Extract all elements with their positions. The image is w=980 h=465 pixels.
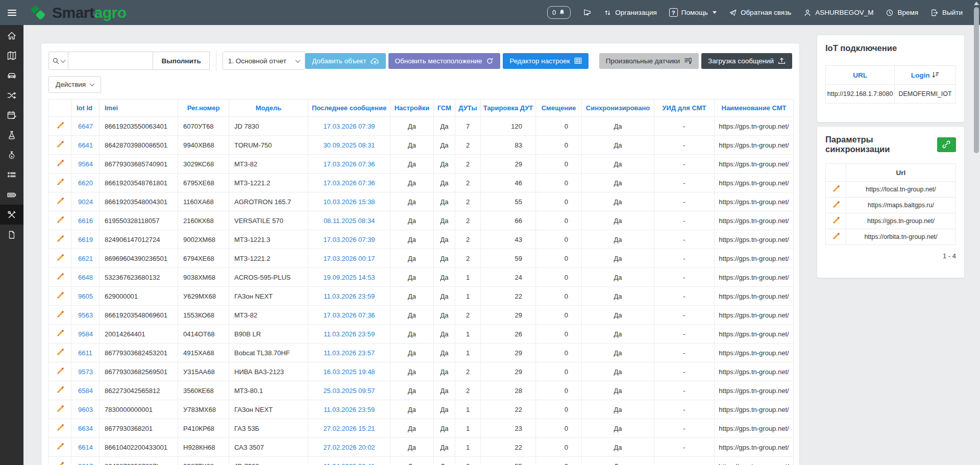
last-message-link[interactable]: 11.04.2025 06:41 [324, 462, 375, 465]
report-select[interactable]: 1. Основной отчет [223, 52, 305, 70]
actions-menu-button[interactable]: Действия [48, 76, 101, 93]
edit-icon[interactable] [56, 235, 64, 243]
edit-icon[interactable] [56, 367, 64, 375]
edit-icon[interactable] [56, 291, 64, 300]
column-header-duts[interactable]: ДУТы [455, 100, 481, 117]
column-header-offset[interactable]: Смещение [536, 100, 582, 117]
iot-id-link[interactable]: 6616 [78, 217, 93, 225]
run-button[interactable]: Выполнить [153, 52, 209, 70]
edit-icon[interactable] [832, 185, 840, 193]
iot-id-link[interactable]: 9563 [78, 311, 93, 319]
help-button[interactable]: ? Помощь [669, 8, 717, 17]
edit-icon[interactable] [56, 159, 64, 167]
edit-icon[interactable] [56, 424, 64, 432]
column-header-smt-name[interactable]: Наименование СМТ [715, 100, 794, 117]
column-header-imei[interactable]: Imei [100, 100, 178, 117]
last-message-link[interactable]: 27.02.2026 20:02 [323, 444, 375, 451]
notification-pill[interactable]: 0 [547, 6, 571, 19]
last-message-link[interactable]: 17.03.2026 07:39 [323, 123, 375, 130]
page-scrollbar[interactable] [973, 0, 980, 465]
iot-id-link[interactable]: 9573 [78, 368, 93, 376]
add-object-button[interactable]: Добавить объект [305, 53, 385, 69]
last-message-link[interactable]: 11.03.2026 23:59 [324, 406, 375, 413]
edit-icon[interactable] [56, 121, 64, 130]
iot-id-link[interactable]: 6619 [78, 236, 93, 243]
feedback-button[interactable]: Обратная связь [729, 9, 791, 17]
sidebar-item-battery[interactable] [0, 185, 23, 205]
organization-button[interactable]: Организация [604, 9, 656, 17]
last-message-link[interactable]: 30.09.2025 08:31 [323, 141, 375, 149]
edit-icon[interactable] [56, 140, 64, 149]
search-input[interactable] [68, 52, 153, 70]
last-message-link[interactable]: 11.03.2026 23:57 [324, 349, 375, 357]
announcements-button[interactable] [583, 8, 592, 17]
iot-id-link[interactable]: 6634 [78, 425, 93, 432]
iot-id-link[interactable]: 6647 [78, 123, 93, 130]
edit-icon[interactable] [832, 232, 840, 240]
iot-id-link[interactable]: 6584 [78, 387, 93, 395]
sidebar-item-home[interactable] [0, 26, 23, 45]
iot-id-link[interactable]: 9564 [78, 160, 93, 168]
last-message-link[interactable]: 10.03.2026 15:38 [323, 198, 375, 206]
scrollbar-thumb[interactable] [974, 7, 979, 153]
column-header-last-message[interactable]: Последнее сообщение [308, 100, 390, 117]
user-menu[interactable]: ASHURBEGOV_M [803, 9, 873, 17]
add-link-button[interactable] [937, 137, 956, 152]
column-header-settings[interactable]: Настройки [390, 100, 434, 117]
iot-id-link[interactable]: 6620 [78, 179, 93, 187]
iot-id-link[interactable]: 9603 [78, 406, 93, 413]
edit-icon[interactable] [56, 329, 64, 337]
custom-sensors-button[interactable]: Произвольные датчики [599, 53, 699, 69]
sidebar-item-map[interactable] [0, 45, 23, 65]
last-message-link[interactable]: 19.09.2025 14:53 [323, 274, 375, 281]
hamburger-menu-icon[interactable] [0, 10, 23, 16]
sidebar-item-list[interactable] [0, 165, 23, 185]
sync-url-header[interactable]: Url [846, 164, 956, 182]
column-header-model[interactable]: Модель [229, 100, 308, 117]
column-header-calibration[interactable]: Тарировка ДУТ [481, 100, 536, 117]
last-message-link[interactable]: 27.02.2026 15:21 [323, 425, 375, 432]
iot-id-link[interactable]: 6621 [78, 255, 93, 262]
edit-icon[interactable] [832, 201, 840, 209]
edit-icon[interactable] [56, 310, 64, 319]
edit-icon[interactable] [56, 216, 64, 224]
column-header-uid[interactable]: УИД для СМТ [654, 100, 715, 117]
iot-id-link[interactable]: 9584 [78, 330, 93, 338]
iot-id-link[interactable]: 6641 [78, 141, 93, 149]
last-message-link[interactable]: 17.03.2026 00:17 [323, 255, 375, 262]
last-message-link[interactable]: 08.11.2025 08:34 [324, 217, 375, 225]
last-message-link[interactable]: 17.03.2026 07:36 [323, 160, 375, 168]
last-message-link[interactable]: 11.03.2026 23:59 [324, 330, 375, 338]
edit-icon[interactable] [56, 254, 64, 262]
edit-icon[interactable] [56, 273, 64, 281]
iot-id-link[interactable]: 6611 [78, 349, 92, 357]
iot-id-link[interactable]: 6614 [78, 444, 93, 451]
last-message-link[interactable]: 11.03.2026 23:59 [324, 292, 375, 300]
edit-icon[interactable] [56, 405, 64, 413]
sidebar-item-tools[interactable] [0, 205, 23, 225]
last-message-link[interactable]: 17.03.2026 07:39 [323, 236, 375, 243]
sidebar-item-planner[interactable] [0, 105, 23, 125]
column-header-iot-id[interactable]: Iot Id [71, 100, 100, 117]
last-message-link[interactable]: 17.03.2026 07:36 [323, 179, 375, 187]
edit-icon[interactable] [56, 461, 64, 465]
column-header-synced[interactable]: Синхронизировано [582, 100, 654, 117]
edit-icon[interactable] [56, 386, 64, 394]
edit-icon[interactable] [56, 197, 64, 205]
last-message-link[interactable]: 17.03.2026 07:36 [323, 311, 375, 319]
settings-editor-button[interactable]: Редактор настроек [503, 53, 588, 69]
iot-id-link[interactable]: 9605 [78, 292, 93, 300]
sidebar-item-documents[interactable] [0, 225, 23, 244]
edit-icon[interactable] [56, 348, 64, 356]
edit-icon[interactable] [832, 216, 840, 225]
column-header-reg[interactable]: Рег.номер [178, 100, 229, 117]
iot-id-link[interactable]: 6648 [78, 274, 93, 281]
logout-button[interactable]: Выйти [930, 9, 963, 17]
last-message-link[interactable]: 16.03.2025 19:48 [323, 368, 375, 376]
search-type-dropdown[interactable] [48, 52, 68, 70]
scrollbar-up-arrow[interactable] [974, 2, 979, 5]
sidebar-item-lab-2[interactable] [0, 145, 23, 165]
iot-id-link[interactable]: 9024 [78, 198, 93, 206]
sidebar-item-routes[interactable] [0, 85, 23, 105]
iot-id-link[interactable]: 3217 [78, 462, 93, 465]
